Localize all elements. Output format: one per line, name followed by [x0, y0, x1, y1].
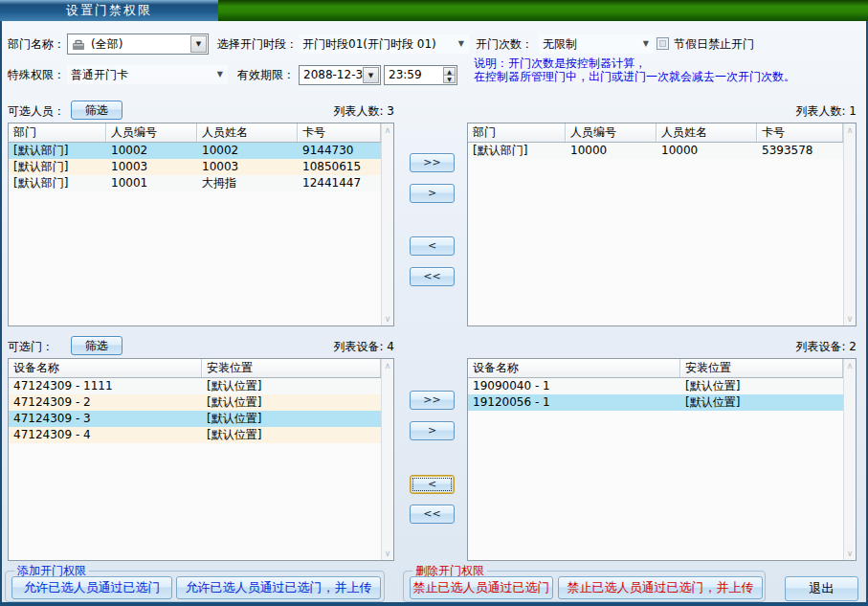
column-header-card[interactable]: 卡号 — [298, 123, 381, 142]
table-header-row: 设备名称 安装位置 — [468, 359, 843, 378]
allow-upload-button[interactable]: 允许已选人员通过已选门，并上传 — [176, 576, 381, 599]
scroll-down-icon[interactable]: ∨ — [847, 549, 854, 558]
department-select[interactable]: (全部) ▼ — [67, 34, 209, 55]
personnel-move-all-left-button[interactable]: << — [410, 267, 455, 286]
cell-id: 10002 — [106, 143, 197, 159]
vertical-scrollbar[interactable]: ∧ ∨ — [381, 123, 393, 325]
chevron-down-icon: ▼ — [643, 34, 649, 54]
table-row[interactable]: 19120056 - 1 [默认位置] — [468, 394, 843, 411]
table-row[interactable]: [默认部门] 10003 10003 10850615 — [9, 159, 381, 175]
cell-location: [默认位置] — [680, 378, 843, 394]
doors-move-all-right-button[interactable]: >> — [410, 391, 455, 410]
table-row[interactable]: [默认部门] 10001 大拇指 12441447 — [9, 175, 381, 191]
window-title: 设置门禁权限 — [66, 3, 152, 17]
holiday-forbid-checkbox[interactable] — [657, 37, 669, 50]
scroll-up-icon[interactable]: ∧ — [847, 125, 854, 135]
department-icon — [72, 39, 86, 51]
personnel-move-right-button[interactable]: > — [410, 184, 455, 203]
table-row[interactable]: [默认部门] 10002 10002 9144730 — [9, 143, 381, 159]
cell-location: [默认位置] — [202, 394, 381, 411]
column-header-device[interactable]: 设备名称 — [468, 359, 680, 377]
column-header-id[interactable]: 人员编号 — [566, 123, 657, 142]
window-border-bottom — [0, 602, 868, 606]
cell-card: 10850615 — [298, 159, 381, 175]
validity-date-picker[interactable]: 2088-12-30 ▼ — [299, 65, 381, 85]
dept-name-label: 部门名称： — [8, 34, 65, 54]
cell-dept: [默认部门] — [9, 175, 106, 191]
scroll-up-icon[interactable]: ∧ — [847, 361, 854, 370]
dropdown-arrow-icon[interactable]: ▼ — [190, 35, 207, 53]
selected-doors-table: 设备名称 安装位置 19090040 - 1 [默认位置] 19120056 -… — [467, 358, 857, 561]
personnel-filter-button[interactable]: 筛选 — [71, 101, 122, 120]
allow-button[interactable]: 允许已选人员通过已选门 — [11, 576, 172, 599]
scroll-up-icon[interactable]: ∧ — [385, 361, 391, 370]
open-times-select[interactable]: 无限制 ▼ — [539, 34, 654, 54]
scroll-down-icon[interactable]: ∨ — [847, 314, 854, 324]
cell-location: [默认位置] — [202, 411, 381, 427]
doors-move-all-left-button[interactable]: << — [410, 505, 455, 524]
note-line-2: 在控制器所管理门中，出门或进门一次就会减去一次开门次数。 — [474, 70, 795, 83]
spin-down-icon[interactable]: ▼ — [443, 75, 456, 83]
special-permission-label: 特殊权限： — [8, 65, 65, 84]
table-row[interactable]: 19090040 - 1 [默认位置] — [468, 378, 843, 394]
column-header-device[interactable]: 设备名称 — [9, 359, 202, 377]
column-header-id[interactable]: 人员编号 — [106, 123, 197, 142]
special-permission-value: 普通开门卡 — [71, 65, 128, 84]
column-header-name[interactable]: 人员姓名 — [197, 123, 298, 142]
table-header-row: 部门 人员编号 人员姓名 卡号 — [468, 123, 843, 143]
doors-filter-button[interactable]: 筛选 — [71, 336, 122, 355]
open-period-value: 开门时段01(开门时段 01) — [302, 34, 436, 54]
column-header-location[interactable]: 安装位置 — [202, 359, 381, 377]
cell-id: 10001 — [106, 175, 197, 191]
personnel-right-count: 列表人数: 1 — [746, 101, 857, 121]
table-header-row: 设备名称 安装位置 — [9, 359, 381, 378]
cell-name: 10000 — [657, 143, 757, 159]
column-header-dept[interactable]: 部门 — [9, 123, 106, 142]
open-times-label: 开门次数： — [476, 34, 533, 54]
cell-name: 大拇指 — [197, 175, 298, 191]
column-header-dept[interactable]: 部门 — [468, 123, 566, 142]
dropdown-arrow-icon[interactable]: ▼ — [363, 67, 379, 83]
vertical-scrollbar[interactable]: ∧ ∨ — [381, 359, 393, 560]
doors-move-left-button[interactable]: < — [410, 475, 455, 494]
cell-device: 19090040 - 1 — [468, 378, 680, 394]
selected-personnel-table: 部门 人员编号 人员姓名 卡号 [默认部门] 10000 10000 53935… — [467, 123, 857, 326]
table-row[interactable]: [默认部门] 10000 10000 5393578 — [468, 143, 843, 159]
cell-id: 10000 — [566, 143, 657, 159]
cell-device: 47124309 - 3 — [9, 411, 202, 427]
open-period-select[interactable]: 开门时段01(开门时段 01) ▼ — [299, 34, 469, 54]
cell-device: 47124309 - 2 — [9, 394, 202, 411]
table-row[interactable]: 47124309 - 3 [默认位置] — [9, 411, 381, 427]
table-row[interactable]: 47124309 - 1111 [默认位置] — [9, 378, 381, 394]
scroll-down-icon[interactable]: ∨ — [385, 549, 391, 558]
personnel-move-all-right-button[interactable]: >> — [410, 153, 455, 172]
column-header-card[interactable]: 卡号 — [757, 123, 843, 142]
cell-dept: [默认部门] — [9, 159, 106, 175]
scroll-down-icon[interactable]: ∨ — [385, 314, 391, 324]
forbid-button[interactable]: 禁止已选人员通过已选门 — [410, 576, 553, 599]
personnel-move-left-button[interactable]: < — [410, 236, 455, 256]
cell-name: 10003 — [197, 159, 298, 175]
scroll-up-icon[interactable]: ∧ — [385, 125, 391, 135]
special-permission-select[interactable]: 普通开门卡 ▼ — [67, 65, 228, 84]
validity-time-value: 23:59 — [389, 66, 422, 84]
note-line-1: 说明：开门次数是按控制器计算， — [474, 56, 646, 70]
table-row[interactable]: 47124309 - 2 [默认位置] — [9, 394, 381, 411]
table-row[interactable]: 47124309 - 4 [默认位置] — [9, 427, 381, 443]
title-bar-extension — [218, 0, 868, 21]
checkbox-inner — [659, 40, 666, 47]
cell-id: 10003 — [106, 159, 197, 175]
window-border-left — [0, 21, 2, 606]
validity-time-spinner[interactable]: 23:59 ▲ ▼ — [384, 65, 457, 85]
column-header-location[interactable]: 安装位置 — [680, 359, 843, 377]
personnel-section-label: 可选人员： — [8, 101, 65, 121]
exit-button[interactable]: 退出 — [785, 576, 858, 601]
forbid-upload-button[interactable]: 禁止已选人员通过已选门，并上传 — [558, 576, 763, 599]
column-header-name[interactable]: 人员姓名 — [657, 123, 757, 142]
vertical-scrollbar[interactable]: ∧ ∨ — [843, 359, 856, 560]
validity-date-value: 2088-12-30 — [303, 66, 370, 84]
vertical-scrollbar[interactable]: ∧ ∨ — [843, 123, 856, 325]
doors-move-right-button[interactable]: > — [410, 421, 455, 440]
cell-name: 10002 — [197, 143, 298, 159]
personnel-left-count: 列表人数: 3 — [287, 101, 394, 121]
